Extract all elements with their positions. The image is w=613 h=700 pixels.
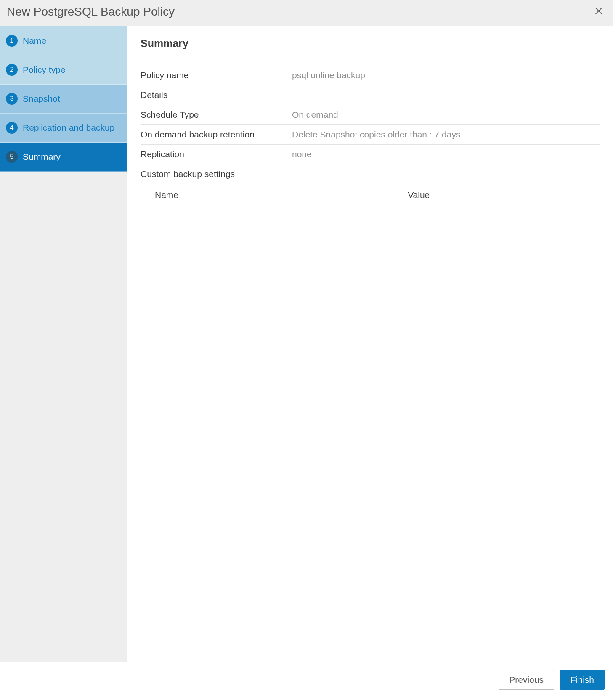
summary-label: On demand backup retention xyxy=(141,125,292,145)
custom-settings-header-row: Name Value xyxy=(141,184,600,206)
step-number-badge: 5 xyxy=(6,151,18,163)
step-label: Name xyxy=(23,36,46,46)
close-button[interactable] xyxy=(593,6,605,18)
summary-label: Schedule Type xyxy=(141,105,292,125)
summary-row-policy-name: Policy name psql online backup xyxy=(141,66,600,85)
step-policy-type[interactable]: 2 Policy type xyxy=(0,55,127,85)
dialog-body: 1 Name 2 Policy type 3 Snapshot 4 Replic… xyxy=(0,26,613,662)
close-icon xyxy=(594,6,603,18)
previous-button[interactable]: Previous xyxy=(499,670,554,690)
step-number-badge: 1 xyxy=(6,35,18,47)
custom-settings-table: Name Value xyxy=(141,184,600,206)
summary-row-details: Details xyxy=(141,85,600,105)
column-header-name: Name xyxy=(141,184,393,206)
dialog-footer: Previous Finish xyxy=(0,662,613,700)
summary-label: Replication xyxy=(141,145,292,164)
summary-label: Policy name xyxy=(141,66,292,85)
summary-row-schedule-type: Schedule Type On demand xyxy=(141,105,600,125)
dialog-header: New PostgreSQL Backup Policy xyxy=(0,0,613,26)
step-snapshot[interactable]: 3 Snapshot xyxy=(0,85,127,114)
summary-table: Policy name psql online backup Details S… xyxy=(141,66,600,184)
step-label: Snapshot xyxy=(23,94,60,104)
step-label: Policy type xyxy=(23,65,66,75)
main-panel: Summary Policy name psql online backup D… xyxy=(127,26,613,662)
dialog-title: New PostgreSQL Backup Policy xyxy=(7,5,175,18)
summary-section-label: Details xyxy=(141,85,600,105)
page-title: Summary xyxy=(141,37,600,50)
summary-row-custom-settings: Custom backup settings xyxy=(141,164,600,184)
wizard-sidebar: 1 Name 2 Policy type 3 Snapshot 4 Replic… xyxy=(0,26,127,662)
summary-section-label: Custom backup settings xyxy=(141,164,600,184)
summary-value: psql online backup xyxy=(292,66,600,85)
step-number-badge: 3 xyxy=(6,93,18,105)
step-number-badge: 4 xyxy=(6,122,18,134)
step-summary[interactable]: 5 Summary xyxy=(0,143,127,172)
summary-value: none xyxy=(292,145,600,164)
step-replication-backup[interactable]: 4 Replication and backup xyxy=(0,114,127,143)
summary-row-retention: On demand backup retention Delete Snapsh… xyxy=(141,125,600,145)
step-label: Replication and backup xyxy=(23,123,114,133)
summary-value: Delete Snapshot copies older than : 7 da… xyxy=(292,125,600,145)
step-name[interactable]: 1 Name xyxy=(0,26,127,55)
summary-value: On demand xyxy=(292,105,600,125)
summary-row-replication: Replication none xyxy=(141,145,600,164)
finish-button[interactable]: Finish xyxy=(560,670,605,690)
step-label: Summary xyxy=(23,152,61,162)
step-number-badge: 2 xyxy=(6,64,18,76)
column-header-value: Value xyxy=(393,184,600,206)
